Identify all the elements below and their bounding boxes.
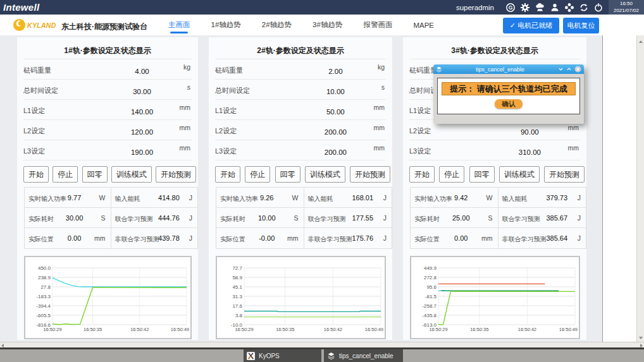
training-mode-button[interactable]: 训练模式 [305,166,345,183]
svg-text:-605.5: -605.5 [36,313,51,318]
taskbar-item-tips_cancel_enable[interactable]: tips_cancel_enable [324,349,403,362]
training-mode-button[interactable]: 训练模式 [111,166,152,183]
taskbar-item-KyOPS[interactable]: KyOPS [244,349,321,362]
param-value[interactable]: 50.00 [314,108,357,116]
param-row: 总时间设定10.00s [215,80,386,100]
panel-title: 1#轨·参数设定及状态显示 [17,37,198,59]
motor-reset-button[interactable]: 电机复位 [563,18,599,33]
status-cell: 联合学习预测385.67J [498,208,586,227]
status-unit: J [383,214,387,222]
start-button[interactable]: 开始 [409,166,435,183]
svg-text:G: G [509,4,513,11]
param-value[interactable]: 10.00 [314,88,357,95]
status-value: 385.64 [544,234,571,242]
start-button[interactable]: 开始 [215,166,240,183]
start-predict-button[interactable]: 开始预测 [544,166,585,183]
param-value[interactable]: 4.00 [121,68,163,75]
param-value[interactable]: 200.00 [314,148,357,156]
status-unit: J [189,214,192,222]
param-value[interactable]: 2.00 [314,68,357,75]
param-unit: mm [180,124,191,131]
status-value: 439.78 [156,234,182,242]
confirm-button[interactable]: 确认 [495,99,523,109]
power-icon[interactable] [593,3,604,13]
param-label: L1设定 [409,106,431,116]
sync-icon[interactable] [579,3,589,13]
param-value[interactable]: 190.00 [121,148,163,156]
tab-2[interactable]: 1#轴趋势 [211,14,241,36]
status-value: -0.00 [254,234,280,242]
param-unit: kg [378,63,385,71]
status-cell: 联合学习预测444.76J [111,208,198,227]
stop-button[interactable]: 停止 [245,166,270,183]
param-value[interactable]: 30.00 [121,88,163,95]
clock-date: 2021/07/02 [614,8,639,14]
status-unit: J [578,234,581,242]
cloud-network-icon[interactable] [535,3,545,13]
status-label: 输入能耗 [502,195,528,203]
status-unit: J [383,194,387,202]
start-button[interactable]: 开始 [23,166,49,183]
svg-text:16:50:29: 16:50:29 [235,327,253,332]
param-row: L3设定200.00mm [215,140,386,160]
param-label: 砝码重量 [215,66,243,75]
stop-button[interactable]: 停止 [439,166,464,183]
tab-4[interactable]: 3#轴趋势 [313,14,342,36]
return-zero-button[interactable]: 回零 [82,166,108,183]
user-icon[interactable] [550,3,560,13]
status-unit: W [292,194,299,202]
status-cell: 联合学习预测177.55J [304,208,392,227]
close-icon[interactable] [574,66,581,73]
param-row: L2设定200.00mm [215,120,386,140]
param-row: 总时间设定30.00s [23,80,192,100]
nav-tabs: 主画面1#轴趋势2#轴趋势3#轴趋势报警画面MAPE [168,15,455,35]
param-value[interactable]: 90.00 [509,128,552,136]
status-cell: 实时输入功率9.42W [411,188,498,207]
panel-buttons: 开始停止回零训练模式开始预测 [409,166,585,183]
globe-g-icon[interactable]: G [505,3,516,13]
tab-5[interactable]: 报警画面 [363,14,392,36]
dialog-titlebar[interactable]: tips_cancel_enable [433,64,584,74]
scroll-down-icon[interactable] [639,337,643,339]
apps-cluster-icon[interactable] [564,3,574,13]
start-predict-button[interactable]: 开始预测 [156,166,196,183]
trend-chart-svg: 72.758.945.131.317.63.8-10.016:50:2916:5… [217,257,385,338]
status-label: 实际位置 [220,235,245,244]
param-list: 砝码重量2.00kg总时间设定10.00sL1设定50.00mmL2设定200.… [215,59,386,160]
param-value[interactable]: 140.00 [121,108,163,116]
status-label: 实际位置 [28,235,54,244]
svg-text:31.3: 31.3 [232,294,242,299]
svg-text:3.8: 3.8 [235,313,243,318]
tab-6[interactable]: MAPE [413,15,434,35]
dialog-body: 提示： 请确认三个轨道均已完成 确认 [433,74,584,118]
tab-3[interactable]: 2#轴趋势 [262,14,292,36]
return-zero-button[interactable]: 回零 [469,166,495,183]
vertical-scrollbar[interactable] [636,35,644,342]
stop-button[interactable]: 停止 [53,166,78,183]
canvas-margin [603,35,636,342]
training-mode-button[interactable]: 训练模式 [499,166,540,183]
return-zero-button[interactable]: 回零 [275,166,300,183]
param-label: L2设定 [215,126,237,136]
param-value[interactable]: 120.00 [121,128,163,136]
maximize-icon[interactable] [566,66,572,72]
minimize-icon[interactable] [558,66,564,72]
param-value[interactable]: 200.00 [314,128,357,136]
param-unit: mm [180,104,191,111]
status-cell: 非联合学习预测439.78J [111,228,198,248]
horizontal-scrollbar[interactable] [0,342,644,347]
svg-text:17.6: 17.6 [232,303,242,309]
tab-1[interactable]: 主画面 [168,14,190,36]
layers-icon [327,352,335,360]
status-row: 实时输入功率9.42W输入能耗379.73J [411,188,586,208]
param-unit: mm [374,104,385,111]
status-table: 实时输入功率9.77W输入能耗414.80J实际耗时30.00S联合学习预测44… [24,187,198,249]
svg-text:16:50:42: 16:50:42 [324,327,342,332]
scroll-up-icon[interactable] [639,40,643,43]
status-unit: W [99,194,106,202]
param-value[interactable]: 310.00 [509,148,552,156]
motor-ready-button[interactable]: ✓ 电机已就绪 [503,18,559,33]
start-predict-button[interactable]: 开始预测 [350,166,390,183]
settings-gear-icon[interactable] [520,3,530,13]
status-value: 177.55 [350,214,376,222]
